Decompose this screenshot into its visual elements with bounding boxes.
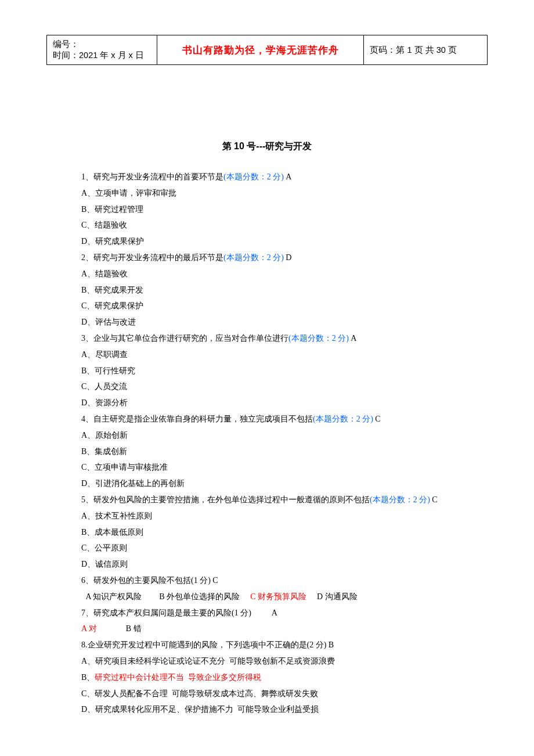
q4-opt-c: C、立项申请与审核批准 [81,460,453,474]
q5-score: (本题分数：2 分) [370,495,430,504]
q3-opt-a: A、尽职调查 [81,348,453,362]
q2-stem-text: 2、研究与开发业务流程中的最后环节是 [81,253,223,262]
q3-opt-c: C、人员交流 [81,380,453,394]
page-total: 30 [436,45,446,55]
q1-opt-a: A、立项申请，评审和审批 [81,186,453,200]
q4-answer: C [373,415,381,423]
q8-stem: 8.企业研究开发过程中可能遇到的风险，下列选项中不正确的是(2 分) B [81,638,453,652]
q8-opt-a: A、研究项目未经科学论证或论证不充分 可能导致创新不足或资源浪费 [81,654,453,668]
q4-opt-d: D、引进消化基础上的再创新 [81,477,453,491]
q4-stem: 4、自主研究是指企业依靠自身的科研力量，独立完成项目不包括(本题分数：2 分) … [81,412,453,426]
header-table: 编号： 时间：2021 年 x 月 x 日 书山有路勤为径，学海无涯苦作舟 页码… [46,35,488,65]
q8-opt-b-prefix: B、 [81,673,95,682]
q5-stem-text: 5、研发外包风险的主要管控措施，在外包单位选择过程中一般遵循的原则不包括 [81,495,370,504]
q3-stem-text: 3、企业与其它单位合作进行研究的，应当对合作单位进行 [81,334,288,343]
q4-opt-b: B、集成创新 [81,445,453,459]
q7-opt-a: A 对 [81,624,97,633]
header-right-cell: 页码：第 1 页 共 30 页 [364,35,488,65]
q2-score: (本题分数：2 分) [223,253,284,262]
q5-opt-a: A、技术互补性原则 [81,509,453,523]
q2-opt-c: C、研究成果保护 [81,299,453,313]
q7-stem: 7、研究成本产权归属问题是最主要的风险(1 分) A [81,606,453,620]
time-label: 时间：2021 年 x 月 x 日 [53,50,151,61]
q5-answer: C [430,495,438,504]
page-mid: 页 共 [412,45,436,55]
q6-opt-d: D 沟通风险 [317,592,358,601]
q8-opt-d: D、研究成果转化应用不足、保护措施不力 可能导致企业利益受损 [81,703,453,717]
q2-opt-a: A、结题验收 [81,267,453,281]
q7-opt-b: B 错 [126,624,142,633]
q6-opt-a: A 知识产权风险 [84,592,142,601]
q5-stem: 5、研发外包风险的主要管控措施，在外包单位选择过程中一般遵循的原则不包括(本题分… [81,493,453,507]
q4-stem-text: 4、自主研究是指企业依靠自身的科研力量，独立完成项目不包括 [81,415,313,423]
section-title: 第 10 号---研究与开发 [81,141,453,153]
q5-opt-b: B、成本最低原则 [81,525,453,539]
q4-score: (本题分数：2 分) [313,415,373,423]
q6-stem: 6、研发外包的主要风险不包括(1 分) C [81,574,453,588]
q3-answer: A [349,334,357,343]
q8-opt-b: 研究过程中会计处理不当 导致企业多交所得税 [95,673,261,682]
q5-opt-c: C、公平原则 [81,541,453,555]
q8-opt-b-wrap: B、研究过程中会计处理不当 导致企业多交所得税 [81,671,453,685]
q1-stem: 1、研究与开发业务流程中的首要环节是(本题分数：2 分) A [81,170,453,184]
q1-opt-c: C、结题验收 [81,218,453,232]
q4-opt-a: A、原始创新 [81,429,453,442]
q3-opt-b: B、可行性研究 [81,364,453,378]
maxim-text: 书山有路勤为径，学海无涯苦作舟 [182,45,339,56]
page-current: 1 [407,45,412,55]
page-footer: 第 1 页 共 30 页 [0,742,534,756]
q3-stem: 3、企业与其它单位合作进行研究的，应当对合作单位进行(本题分数：2 分) A [81,332,453,345]
q1-score: (本题分数：2 分) [223,172,284,181]
q1-stem-text: 1、研究与开发业务流程中的首要环节是 [81,172,223,181]
q2-opt-d: D、评估与改进 [81,315,453,329]
header-center-cell: 书山有路勤为径，学海无涯苦作舟 [157,35,364,65]
page-label-prefix: 页码：第 [370,45,407,55]
q6-opt-c: C 财务预算风险 [250,592,306,601]
q7-options: A 对B 错 [81,622,453,636]
serial-label: 编号： [53,39,151,50]
q3-opt-d: D、资源分析 [81,396,453,410]
q2-stem: 2、研究与开发业务流程中的最后环节是(本题分数：2 分) D [81,251,453,265]
q1-answer: A [284,172,292,181]
q2-opt-b: B、研究成果开发 [81,283,453,297]
q3-score: (本题分数：2 分) [288,334,349,343]
q2-answer: D [284,253,292,262]
content-area: 第 10 号---研究与开发 1、研究与开发业务流程中的首要环节是(本题分数：2… [46,65,488,717]
q6-options: A 知识产权风险B 外包单位选择的风险C 财务预算风险D 沟通风险 [84,590,453,604]
page-suffix: 页 [446,45,457,55]
header-left-cell: 编号： 时间：2021 年 x 月 x 日 [47,35,157,65]
q1-opt-b: B、研究过程管理 [81,203,453,217]
q5-opt-d: D、诚信原则 [81,557,453,571]
q6-opt-b: B 外包单位选择的风险 [159,592,240,601]
q1-opt-d: D、研究成果保护 [81,235,453,249]
q8-opt-c: C、研发人员配备不合理 可能导致研发成本过高、舞弊或研发失败 [81,687,453,701]
